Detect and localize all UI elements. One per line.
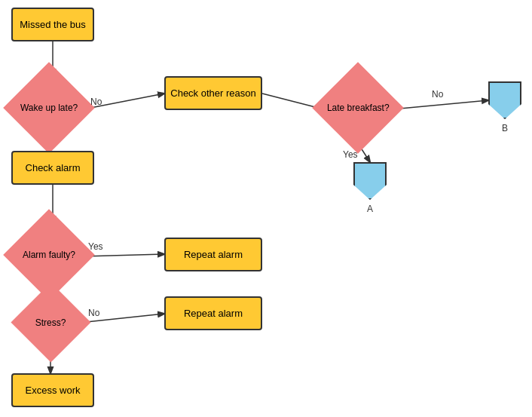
repeat-alarm-2-label: Repeat alarm — [184, 308, 243, 319]
late-breakfast-label: Late breakfast? — [327, 103, 390, 113]
excess-work-label: Excess work — [26, 385, 81, 396]
stress-label: Stress? — [35, 317, 66, 328]
late-breakfast-node: Late breakfast? — [312, 62, 404, 154]
repeat-alarm-2-node: Repeat alarm — [164, 296, 262, 330]
wake-up-late-node: Wake up late? — [3, 62, 95, 154]
wake-no-label: No — [90, 97, 102, 107]
wake-up-late-label: Wake up late? — [20, 103, 78, 113]
late-breakfast-no-label: No — [432, 89, 443, 100]
repeat-alarm-1-label: Repeat alarm — [184, 249, 243, 260]
excess-work-node: Excess work — [11, 373, 94, 407]
connector-b-node — [488, 81, 521, 119]
repeat-alarm-1-node: Repeat alarm — [164, 238, 262, 271]
late-breakfast-yes-label: Yes — [343, 149, 358, 160]
connector-a-label: A — [367, 204, 373, 214]
missed-bus-node: Missed the bus — [11, 8, 94, 41]
alarm-faulty-label: Alarm faulty? — [23, 250, 75, 260]
connector-a-node — [353, 162, 387, 200]
check-other-reason-label: Check other reason — [170, 87, 255, 99]
svg-line-4 — [392, 100, 488, 109]
flowchart: Missed the bus Wake up late? Check other… — [0, 0, 532, 417]
stress-no-label: No — [88, 308, 99, 318]
alarm-yes-label: Yes — [88, 241, 103, 252]
connector-b-label: B — [502, 123, 508, 133]
missed-bus-label: Missed the bus — [20, 19, 85, 30]
check-other-reason-node: Check other reason — [164, 76, 262, 110]
stress-node: Stress? — [11, 282, 90, 362]
check-alarm-label: Check alarm — [26, 162, 81, 173]
check-alarm-node: Check alarm — [11, 151, 94, 185]
